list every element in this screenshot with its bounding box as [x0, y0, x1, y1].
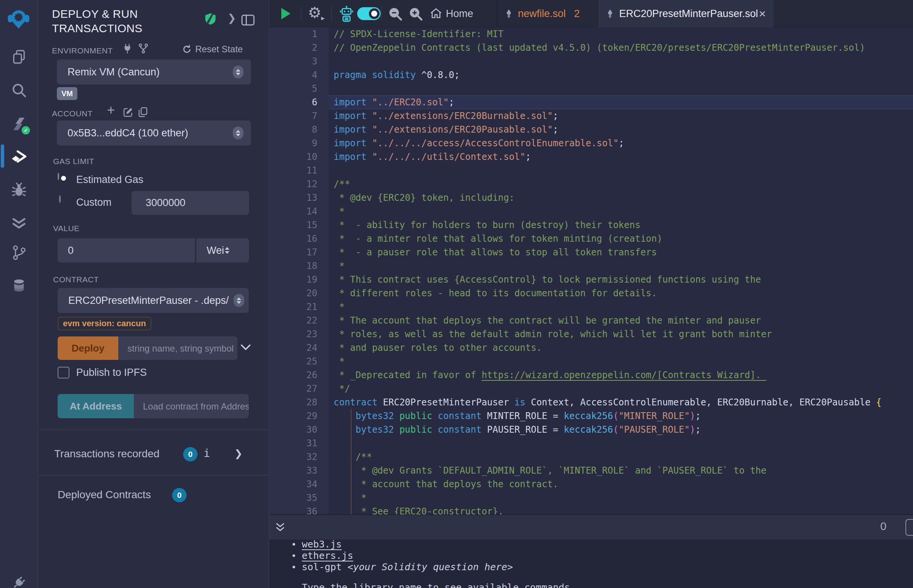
code-line[interactable]: 7import "../extensions/ERC20Burnable.sol…	[269, 109, 913, 123]
contract-select[interactable]: ERC20PresetMinterPauser - .deps/	[58, 288, 249, 313]
debugger-icon[interactable]	[11, 181, 27, 198]
at-address-input[interactable]	[134, 394, 249, 418]
code-line[interactable]: 18 *	[269, 259, 913, 273]
terminal-output[interactable]: web3.jsethers.jssol-gpt <your Solidity q…	[269, 540, 913, 588]
code-line[interactable]: 24 * and pauser roles to other accounts.	[269, 341, 913, 355]
code-line[interactable]: 1// SPDX-License-Identifier: MIT	[269, 27, 913, 41]
terminal-suggestion[interactable]: sol-gpt <your Solidity question here>	[291, 562, 513, 573]
code-line[interactable]: 4pragma solidity ^0.8.0;	[269, 68, 913, 82]
code-line[interactable]: 17 * - a pauser role that allows to stop…	[269, 246, 913, 259]
transactions-count-badge: 0	[183, 447, 197, 462]
code-line[interactable]: 20 * different roles - head to its docum…	[269, 286, 913, 300]
reset-state-button[interactable]: Reset State	[182, 44, 243, 55]
code-line[interactable]: 14 *	[269, 205, 913, 218]
code-line[interactable]: 11	[269, 164, 913, 177]
zoom-out-icon[interactable]	[387, 6, 403, 23]
compile-success-badge: ✓	[22, 126, 30, 134]
ai-copilot-icon[interactable]	[339, 5, 354, 24]
code-line[interactable]: 26 * _Deprecated in favor of https://wiz…	[269, 368, 913, 382]
tab-erc20presetminterpauser[interactable]: ERC20PresetMinterPauser.sol ×	[598, 0, 774, 27]
zoom-in-icon[interactable]	[408, 6, 423, 23]
close-tab-icon[interactable]: ×	[759, 8, 766, 20]
custom-gas-input[interactable]	[131, 191, 249, 215]
line-number: 35	[269, 491, 329, 505]
tab-problem-count: 2	[574, 8, 580, 20]
plug-icon[interactable]	[123, 43, 132, 55]
plugin-manager-icon[interactable]	[11, 277, 27, 294]
code-line[interactable]: 32 /**	[269, 450, 913, 464]
code-line[interactable]: 8import "../extensions/ERC20Pausable.sol…	[269, 123, 913, 136]
terminal-suggestion[interactable]: ethers.js	[291, 550, 513, 562]
code-line[interactable]: 12/**	[269, 177, 913, 191]
add-account-icon[interactable]: +	[107, 102, 115, 118]
code-line[interactable]: 5	[269, 82, 913, 95]
code-line[interactable]: 16 * - a minter role that allows for tok…	[269, 232, 913, 246]
copy-account-icon[interactable]	[138, 107, 148, 119]
solidity-compiler-icon[interactable]: ✓	[11, 116, 27, 132]
home-icon[interactable]	[430, 8, 442, 21]
code-line[interactable]: 31	[269, 436, 913, 450]
deploy-button[interactable]: Deploy	[58, 336, 118, 360]
code-line[interactable]: 9import "../../../access/AccessControlEn…	[269, 136, 913, 150]
publish-ipfs-checkbox[interactable]	[58, 367, 70, 378]
estimated-gas-radio[interactable]	[58, 172, 59, 180]
code-line[interactable]: 27 */	[269, 382, 913, 396]
terminal-suggestion[interactable]: web3.js	[291, 540, 513, 550]
code-line[interactable]: 28contract ERC20PresetMinterPauser is Co…	[269, 396, 913, 409]
collapse-terminal-icon[interactable]	[275, 522, 286, 535]
code-line[interactable]: 15 * - ability for holders to burn (dest…	[269, 218, 913, 232]
solidity-file-icon	[504, 8, 513, 19]
code-line[interactable]: 19 * This contract uses {AccessControl} …	[269, 273, 913, 286]
editor-toolbar: ⚙▶	[269, 0, 913, 27]
code-line[interactable]: 36 * See {ERC20-constructor}.	[269, 505, 913, 515]
edit-account-icon[interactable]	[123, 107, 133, 119]
account-select[interactable]: 0x5B3...eddC4 (100 ether)	[57, 121, 251, 145]
git-icon[interactable]	[11, 244, 27, 261]
script-config-icon[interactable]: ⚙▶	[308, 3, 325, 22]
code-line[interactable]: 34 * account that deploys the contract.	[269, 477, 913, 491]
line-number: 3	[269, 55, 329, 68]
transactions-expand-icon[interactable]: ❯	[234, 448, 243, 460]
code-line[interactable]: 13 * @dev {ERC20} token, including:	[269, 191, 913, 205]
expand-constructor-icon[interactable]	[240, 344, 251, 352]
code-line[interactable]: 30 bytes32 public constant PAUSER_ROLE =…	[269, 423, 913, 436]
code-line[interactable]: 22 * The account that deploys the contra…	[269, 314, 913, 327]
info-icon[interactable]: i	[204, 447, 210, 460]
code-line[interactable]: 10import "../../../utils/Context.sol";	[269, 150, 913, 164]
value-unit-select[interactable]: Wei	[196, 238, 249, 263]
environment-select[interactable]: Remix VM (Cancun)	[57, 60, 251, 84]
fork-state-icon[interactable]	[138, 43, 149, 55]
code-line[interactable]: 33 * @dev Grants `DEFAULT_ADMIN_ROLE`, `…	[269, 464, 913, 477]
run-script-icon[interactable]	[280, 7, 291, 22]
code-line[interactable]: 35 *	[269, 491, 913, 505]
settings-plug-icon[interactable]	[11, 574, 27, 588]
tab-newfile[interactable]: newfile.sol 2	[504, 0, 597, 27]
constructor-args-input[interactable]	[118, 336, 237, 360]
code-line[interactable]: 25 *	[269, 355, 913, 368]
vm-badge: VM	[57, 87, 77, 100]
deploy-run-icon[interactable]	[11, 148, 27, 165]
search-icon[interactable]	[11, 82, 27, 99]
remix-logo-icon[interactable]	[7, 8, 30, 30]
value-input[interactable]	[58, 238, 195, 263]
line-number: 32	[269, 450, 329, 464]
expand-panel-icon[interactable]: ❯	[228, 12, 236, 24]
code-line[interactable]: 2// OpenZeppelin Contracts (last updated…	[269, 41, 913, 55]
code-editor[interactable]: 1// SPDX-License-Identifier: MIT2// Open…	[269, 27, 913, 515]
pin-panel-icon[interactable]	[241, 15, 255, 27]
tab-home[interactable]: Home	[446, 8, 473, 20]
code-line[interactable]: 23 * roles, as well as the default admin…	[269, 327, 913, 341]
custom-gas-radio[interactable]	[59, 195, 61, 203]
at-address-button[interactable]: At Address	[58, 394, 134, 418]
terminal-search-input[interactable]	[905, 519, 913, 536]
deployed-contracts-label: Deployed Contracts	[58, 489, 151, 501]
code-line[interactable]: 3	[269, 55, 913, 68]
copilot-toggle[interactable]	[357, 7, 380, 20]
code-line[interactable]: 6import "../ERC20.sol";	[269, 95, 913, 109]
unit-testing-icon[interactable]	[11, 215, 27, 231]
code-line[interactable]: 21 *	[269, 300, 913, 314]
file-explorer-icon[interactable]	[11, 48, 27, 65]
code-line[interactable]: 29 bytes32 public constant MINTER_ROLE =…	[269, 409, 913, 423]
line-number: 7	[269, 109, 329, 123]
line-number: 34	[269, 477, 329, 491]
